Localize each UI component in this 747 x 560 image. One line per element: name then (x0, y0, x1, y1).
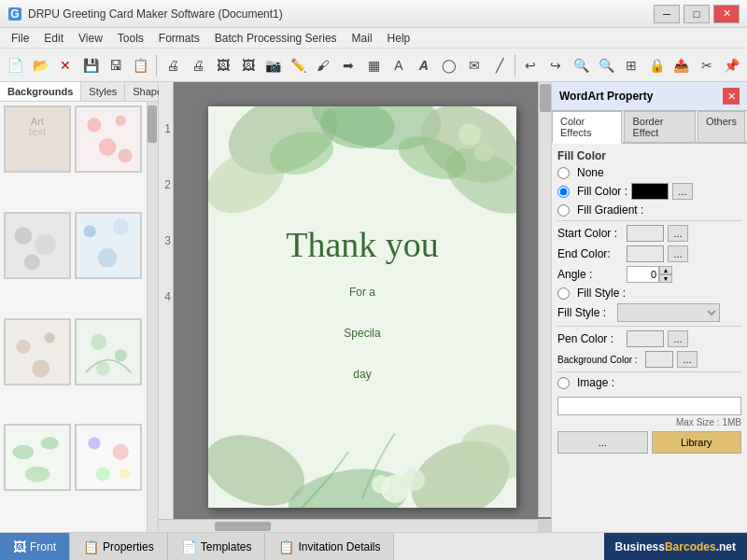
angle-input[interactable]: 0 (627, 266, 659, 283)
tb-cut[interactable]: ✂ (695, 53, 718, 77)
menu-mail[interactable]: Mail (345, 30, 380, 47)
status-tab-front[interactable]: 🖼 Front (0, 533, 70, 561)
menu-edit[interactable]: Edit (36, 30, 71, 47)
wordart-close-button[interactable]: ✕ (723, 88, 740, 105)
bb-text1: Business (615, 540, 665, 553)
tb-zoom-in[interactable]: 🔍 (570, 53, 593, 77)
tb-brush[interactable]: 🖌 (312, 53, 335, 77)
separator-2 (557, 326, 741, 327)
tb-export[interactable]: 📤 (669, 53, 693, 77)
status-tab-properties[interactable]: 📋 Properties (70, 533, 168, 561)
canvas-scrollbar-vertical[interactable] (538, 82, 551, 517)
tb-camera[interactable]: 📷 (261, 53, 285, 77)
tab-styles[interactable]: Styles (81, 82, 125, 101)
tb-new[interactable]: 📄 (4, 53, 27, 77)
tb-redo[interactable]: ↪ (544, 53, 568, 77)
tb-email[interactable]: ✉ (462, 53, 486, 77)
tb-print[interactable]: 🖨 (161, 53, 184, 77)
fill-none-label: None (577, 166, 604, 179)
start-color-browse-btn[interactable]: … (668, 225, 688, 242)
bg-item-7[interactable] (4, 424, 71, 491)
tb-pic[interactable]: 🖼 (236, 53, 260, 77)
fill-gradient-radio[interactable] (557, 204, 570, 217)
tb-copy[interactable]: 📋 (130, 53, 153, 77)
status-tab-templates[interactable]: 📄 Templates (168, 533, 266, 561)
tab-others[interactable]: Others (698, 111, 745, 142)
pen-color-swatch[interactable] (627, 330, 664, 347)
tb-undo[interactable]: ↩ (519, 53, 543, 77)
menu-view[interactable]: View (71, 30, 110, 47)
tab-color-effects[interactable]: Color Effects (552, 111, 622, 144)
tb-close-red[interactable]: ✕ (54, 53, 78, 77)
pen-color-browse-btn[interactable]: … (668, 330, 688, 347)
tb-grid[interactable]: ⊞ (620, 53, 643, 77)
fill-color-section-title: Fill Color (557, 149, 741, 162)
tb-wordart[interactable]: A (412, 53, 435, 77)
fill-color-browse-btn[interactable]: … (672, 183, 693, 200)
fill-color-radio[interactable] (557, 186, 570, 198)
image-radio[interactable] (557, 377, 570, 389)
pen-color-row: Pen Color : … (557, 330, 741, 347)
card-text-container: Thank you For a Specila day (208, 106, 516, 508)
angle-label: Angle : (557, 268, 623, 281)
bg-item-8[interactable] (75, 424, 142, 491)
bg-item-1[interactable]: Art text (4, 105, 71, 173)
tb-shape1[interactable]: ◯ (437, 53, 460, 77)
bg-item-5[interactable] (4, 318, 71, 385)
svg-text:text: text (29, 126, 47, 137)
canvas-scrollbar-horizontal[interactable] (159, 519, 538, 532)
tb-zoom-out[interactable]: 🔍 (595, 53, 618, 77)
bg-color-browse-btn[interactable]: … (677, 351, 698, 368)
menu-formats[interactable]: Formats (151, 30, 207, 47)
bg-item-2[interactable] (75, 105, 142, 173)
close-button[interactable]: ✕ (713, 5, 740, 23)
end-color-browse-btn[interactable]: … (668, 245, 688, 262)
bb-suffix: .net (716, 540, 736, 553)
end-color-swatch[interactable] (627, 245, 664, 262)
tb-arrow[interactable]: ➡ (337, 53, 360, 77)
bg-item-3[interactable] (4, 212, 71, 279)
dot-button[interactable]: ... (557, 431, 648, 454)
tb-barcode[interactable]: ▦ (362, 53, 386, 77)
minimize-button[interactable]: ─ (654, 5, 680, 23)
bg-color-swatch[interactable] (645, 351, 673, 368)
tb-lock[interactable]: 🔒 (645, 53, 669, 77)
backgrounds-grid: Art text (0, 102, 147, 532)
svg-point-7 (115, 116, 125, 126)
menu-batch[interactable]: Batch Processing Series (207, 30, 345, 47)
tb-pen[interactable]: ✏️ (287, 53, 310, 77)
menu-help[interactable]: Help (380, 30, 418, 47)
tb-save[interactable]: 💾 (79, 53, 103, 77)
tb-paste[interactable]: 📌 (720, 53, 743, 77)
v-scroll-thumb[interactable] (540, 84, 551, 112)
fill-style-select[interactable] (617, 303, 720, 322)
library-button[interactable]: Library (652, 431, 742, 454)
angle-spin-down[interactable]: ▼ (659, 274, 672, 283)
fill-color-swatch[interactable] (631, 183, 669, 200)
fill-style-radio[interactable] (557, 287, 570, 300)
maximize-button[interactable]: □ (684, 5, 710, 23)
tab-border-effect[interactable]: Border Effect (624, 111, 696, 142)
menu-file[interactable]: File (4, 30, 36, 47)
svg-point-29 (25, 467, 49, 483)
tb-save2[interactable]: 🖫 (105, 53, 128, 77)
angle-spin-up[interactable]: ▲ (659, 266, 672, 274)
tb-text[interactable]: A (388, 53, 411, 77)
bg-item-6[interactable] (75, 318, 142, 385)
tb-print2[interactable]: 🖨 (186, 53, 209, 77)
h-scroll-thumb[interactable] (215, 522, 271, 531)
image-url-input[interactable] (557, 397, 741, 415)
left-scrollbar[interactable] (147, 102, 158, 532)
svg-point-15 (83, 225, 95, 237)
start-color-swatch[interactable] (627, 225, 664, 242)
fill-none-radio[interactable] (557, 167, 570, 179)
angle-input-group: 0 ▲ ▼ (627, 266, 672, 283)
tb-image[interactable]: 🖼 (211, 53, 234, 77)
menu-tools[interactable]: Tools (110, 30, 151, 47)
tb-open[interactable]: 📂 (29, 53, 52, 77)
left-scroll-thumb[interactable] (148, 105, 157, 143)
status-tab-invitation[interactable]: 📋 Invitation Details (265, 533, 394, 561)
bg-item-4[interactable] (75, 212, 142, 279)
tb-line[interactable]: ╱ (487, 53, 511, 77)
tab-backgrounds[interactable]: Backgrounds (0, 82, 81, 101)
